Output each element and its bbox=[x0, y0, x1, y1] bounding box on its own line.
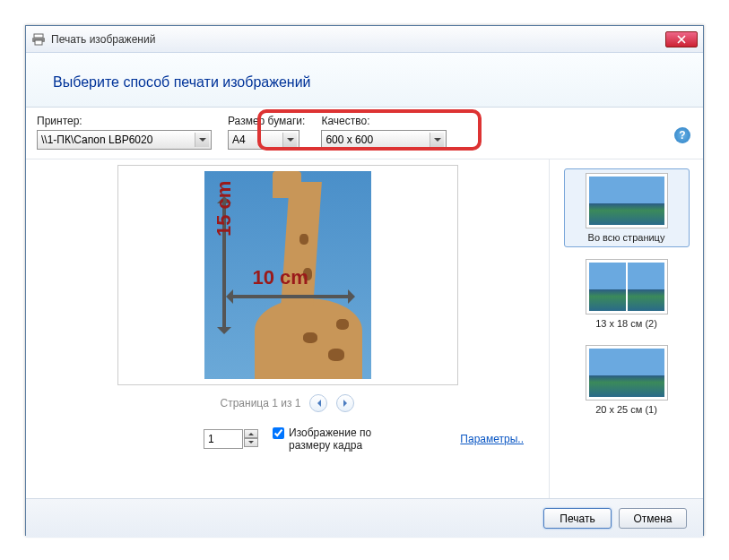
chevron-down-icon bbox=[430, 133, 444, 147]
print-dialog: Печать изображений Выберите способ печат… bbox=[25, 25, 704, 536]
help-icon[interactable]: ? bbox=[674, 127, 690, 143]
layout-label: Во всю страницу bbox=[588, 232, 665, 243]
copies-down[interactable] bbox=[244, 438, 258, 447]
quality-select[interactable]: 600 x 600 bbox=[321, 130, 447, 150]
layout-label: 20 x 25 см (1) bbox=[595, 404, 657, 415]
cancel-button[interactable]: Отмена bbox=[619, 508, 687, 529]
layout-label: 13 x 18 см (2) bbox=[595, 318, 657, 329]
preview-frame: 15 cm 10 cm bbox=[117, 165, 458, 385]
layout-20x25[interactable]: 20 x 25 см (1) bbox=[564, 340, 690, 419]
parameters-link[interactable]: Параметры.. bbox=[460, 433, 524, 445]
header-title: Выберите способ печати изображений bbox=[53, 74, 676, 90]
fit-frame-checkbox[interactable] bbox=[273, 427, 284, 439]
titlebar: Печать изображений bbox=[26, 26, 703, 53]
header: Выберите способ печати изображений bbox=[26, 53, 703, 108]
paper-size-select[interactable]: A4 bbox=[228, 130, 299, 150]
content: 15 cm 10 cm Страница 1 из 1 bbox=[26, 159, 703, 498]
paper-value: A4 bbox=[232, 134, 246, 146]
preview-image: 15 cm 10 cm bbox=[204, 171, 371, 379]
dim-vertical: 15 cm bbox=[213, 181, 236, 237]
preview-pane: 15 cm 10 cm Страница 1 из 1 bbox=[26, 159, 549, 498]
next-page-button[interactable] bbox=[336, 394, 354, 412]
prev-page-button[interactable] bbox=[309, 394, 327, 412]
copies-up[interactable] bbox=[244, 429, 258, 438]
printer-select[interactable]: \\1-ПК\Canon LBP6020 bbox=[37, 130, 212, 150]
copies-spinner[interactable] bbox=[204, 429, 258, 449]
svg-rect-0 bbox=[34, 34, 43, 38]
quality-label: Качество: bbox=[321, 115, 447, 127]
print-button[interactable]: Печать bbox=[543, 508, 612, 529]
copies-input[interactable] bbox=[204, 429, 243, 449]
printer-value: \\1-ПК\Canon LBP6020 bbox=[41, 134, 152, 146]
footer: Печать Отмена bbox=[26, 498, 703, 538]
quality-value: 600 x 600 bbox=[325, 134, 373, 146]
layouts-pane: Во всю страницу 13 x 18 см (2) 20 x 25 с… bbox=[549, 159, 703, 498]
dim-horizontal: 10 cm bbox=[253, 266, 308, 289]
chevron-down-icon bbox=[282, 133, 297, 147]
page-indicator: Страница 1 из 1 bbox=[221, 397, 301, 409]
window-title: Печать изображений bbox=[51, 33, 155, 46]
paper-label: Размер бумаги: bbox=[228, 115, 305, 127]
layout-full-page[interactable]: Во всю страницу bbox=[564, 168, 690, 247]
printer-label: Принтер: bbox=[37, 115, 212, 127]
chevron-down-icon bbox=[195, 133, 209, 147]
layout-13x18[interactable]: 13 x 18 см (2) bbox=[564, 254, 690, 333]
close-button[interactable] bbox=[665, 31, 698, 47]
fit-frame-label: Изображение по размеру кадра bbox=[289, 426, 387, 452]
printer-icon bbox=[31, 32, 46, 47]
svg-rect-2 bbox=[35, 40, 42, 45]
options-bar: Принтер: \\1-ПК\Canon LBP6020 Размер бум… bbox=[26, 108, 703, 159]
